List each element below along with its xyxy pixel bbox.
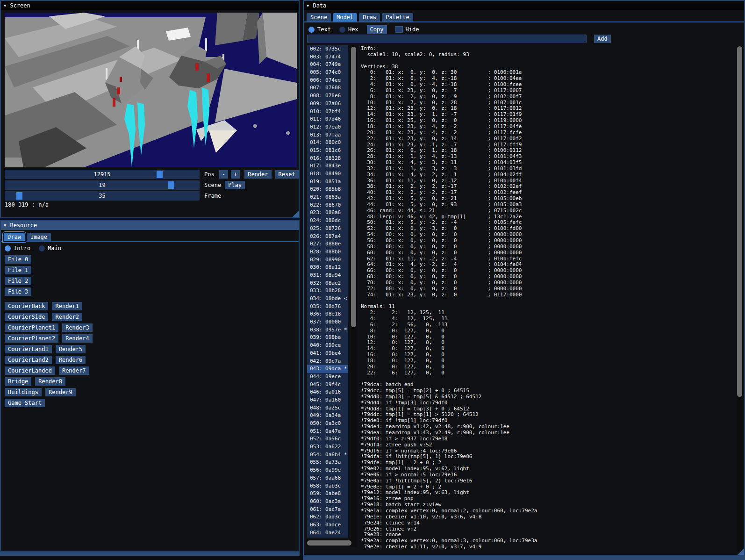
address-list-item[interactable]: 009: 07a06 — [307, 100, 348, 108]
scene-slider[interactable]: 19 — [5, 180, 200, 190]
address-list-item[interactable]: 036: 08e18 — [307, 310, 348, 318]
address-list-item[interactable]: 064: 0ae24 — [307, 529, 348, 537]
tab-draw[interactable]: Draw — [359, 13, 380, 22]
resource-panel-titlebar[interactable]: ▼ Resource — [1, 221, 299, 230]
render-button[interactable]: Render — [244, 170, 271, 179]
resource-button[interactable]: CourierLand2 — [5, 356, 52, 364]
tab-model[interactable]: Model — [333, 13, 357, 22]
resource-button[interactable]: CourierSide — [5, 313, 48, 321]
resource-button[interactable]: CourierPlanet1 — [5, 323, 58, 332]
tab-draw[interactable]: Draw — [4, 233, 25, 241]
resource-button[interactable]: CourierLand1 — [5, 345, 52, 353]
address-list-item[interactable]: 003: 07474 — [307, 53, 348, 61]
file-button[interactable]: File 2 — [5, 277, 31, 285]
tab-scene[interactable]: Scene — [307, 13, 331, 22]
address-list-item[interactable]: 034: 08bde < — [307, 295, 348, 303]
pos-minus-button[interactable]: - — [219, 170, 228, 179]
resize-grip-icon[interactable] — [292, 211, 299, 217]
render-button[interactable]: Render2 — [52, 313, 82, 321]
tab-image[interactable]: Image — [27, 233, 51, 241]
collapse-triangle-icon[interactable]: ▼ — [4, 3, 6, 8]
address-list-item[interactable]: 058: 0ab3c — [307, 482, 348, 490]
address-list-item[interactable]: 050: 0a3c0 — [307, 420, 348, 428]
collapse-triangle-icon[interactable]: ▼ — [4, 223, 6, 228]
address-list-item[interactable]: 057: 0aa68 — [307, 474, 348, 482]
address-list-item[interactable]: 013: 07faa — [307, 131, 348, 139]
address-list-item[interactable]: 051: 0a47e — [307, 428, 348, 436]
scene-slider-thumb[interactable] — [168, 181, 174, 189]
address-list-item[interactable]: 048: 0a25c — [307, 404, 348, 412]
data-panel-titlebar[interactable]: ▼ Data — [304, 1, 744, 10]
text-scrollbar-thumb[interactable] — [737, 46, 742, 397]
play-button[interactable]: Play — [225, 181, 245, 189]
address-list-item[interactable]: 025: 08726 — [307, 225, 348, 233]
address-list-item[interactable]: 026: 087a4 — [307, 233, 348, 241]
address-list-item[interactable]: 024: 086dc — [307, 217, 348, 225]
render-button[interactable]: Render3 — [62, 323, 93, 332]
address-list-item[interactable]: 006: 074ee — [307, 77, 348, 85]
address-list-item[interactable]: 029: 08990 — [307, 256, 348, 264]
address-list-item[interactable]: 008: 078e6 — [307, 92, 348, 100]
resource-button[interactable]: CourierPlanet2 — [5, 334, 58, 343]
tab-palette[interactable]: Palette — [382, 13, 413, 22]
address-list-item[interactable]: 042: 09c7a — [307, 358, 348, 366]
resource-button[interactable]: CourierBack — [5, 302, 48, 310]
pos-slider[interactable]: 12915 — [5, 170, 200, 179]
render-button[interactable]: Render7 — [59, 366, 89, 375]
address-list-item[interactable]: 053: 0a622 — [307, 443, 348, 451]
main-radio-icon[interactable] — [39, 245, 45, 251]
address-list-item[interactable]: 015: 081c6 — [307, 147, 348, 155]
address-list-item[interactable]: 017: 0843e — [307, 162, 348, 170]
list-scrollbar[interactable] — [351, 45, 357, 547]
frame-slider-thumb[interactable] — [16, 192, 22, 200]
address-list-item[interactable]: 046: 0a016 — [307, 388, 348, 396]
address-list-item[interactable]: 041: 09be4 — [307, 350, 348, 358]
address-list-item[interactable]: 004: 0749e — [307, 61, 348, 69]
address-list-item[interactable]: 049: 0a34a — [307, 412, 348, 420]
address-list-item[interactable]: 030: 08a12 — [307, 264, 348, 272]
address-list-item[interactable]: 039: 098ba — [307, 334, 348, 342]
render-viewport[interactable] — [5, 13, 297, 167]
address-list-item[interactable]: 054: 0a6b4 * — [307, 451, 348, 459]
address-list-item[interactable]: 012: 07ea0 — [307, 123, 348, 131]
hex-radio-icon[interactable] — [339, 27, 345, 33]
address-list-item[interactable]: 062: 0ad3c — [307, 513, 348, 521]
pos-slider-thumb[interactable] — [157, 171, 163, 178]
render-button[interactable]: Render5 — [56, 345, 86, 353]
resource-button[interactable]: Buildings — [5, 388, 42, 396]
address-list-item[interactable]: 038: 0957e * — [307, 326, 348, 334]
address-list-item[interactable]: 032: 08ae2 — [307, 280, 348, 287]
screen-panel-titlebar[interactable]: ▼ Screen — [1, 1, 299, 10]
address-list-item[interactable]: 016: 08328 — [307, 155, 348, 163]
address-list-item[interactable]: 031: 08a94 — [307, 272, 348, 280]
copy-button[interactable]: Copy — [367, 25, 387, 34]
resource-button[interactable]: Game Start — [5, 399, 45, 407]
address-list-item[interactable]: 005: 074c0 — [307, 69, 348, 77]
file-button[interactable]: File 3 — [5, 287, 31, 296]
address-list-item[interactable]: 060: 0ac3a — [307, 498, 348, 506]
collapse-triangle-icon[interactable]: ▼ — [307, 3, 309, 8]
address-list-item[interactable]: 035: 08d76 — [307, 303, 348, 311]
address-list-item[interactable]: 043: 09dca * — [307, 365, 348, 373]
address-list-item[interactable]: 059: 0abe8 — [307, 490, 348, 498]
file-button[interactable]: File 0 — [5, 255, 31, 264]
address-list-item[interactable]: 019: 0851a — [307, 178, 348, 186]
address-list-item[interactable]: 010: 07bf4 — [307, 108, 348, 116]
list-scrollbar-thumb[interactable] — [351, 47, 356, 327]
address-list-item[interactable]: 020: 085b8 — [307, 186, 348, 194]
address-list-item[interactable]: 037: 00000 — [307, 318, 348, 326]
address-list-item[interactable]: 002: 0735c — [307, 45, 348, 53]
address-list-item[interactable]: 063: 0adce — [307, 521, 348, 529]
address-list-item[interactable]: 056: 0a99e — [307, 467, 348, 474]
intro-radio-icon[interactable] — [5, 245, 11, 251]
address-list-item[interactable]: 011: 07d46 — [307, 115, 348, 123]
resource-button[interactable]: CourierLanded — [5, 366, 55, 375]
model-disassembly-text[interactable]: Info: scale1: 10, scale2: 0, radius: 93 … — [361, 46, 735, 551]
add-button[interactable]: Add — [594, 35, 611, 43]
resize-grip-icon[interactable] — [738, 548, 744, 555]
address-list-item[interactable]: 028: 088b0 — [307, 248, 348, 256]
address-list-item[interactable]: 047: 0a160 — [307, 396, 348, 404]
address-list-item[interactable]: 007: 07608 — [307, 84, 348, 92]
list-horizontal-scrollbar[interactable] — [306, 539, 355, 546]
address-list-item[interactable]: 045: 09f4c — [307, 381, 348, 389]
